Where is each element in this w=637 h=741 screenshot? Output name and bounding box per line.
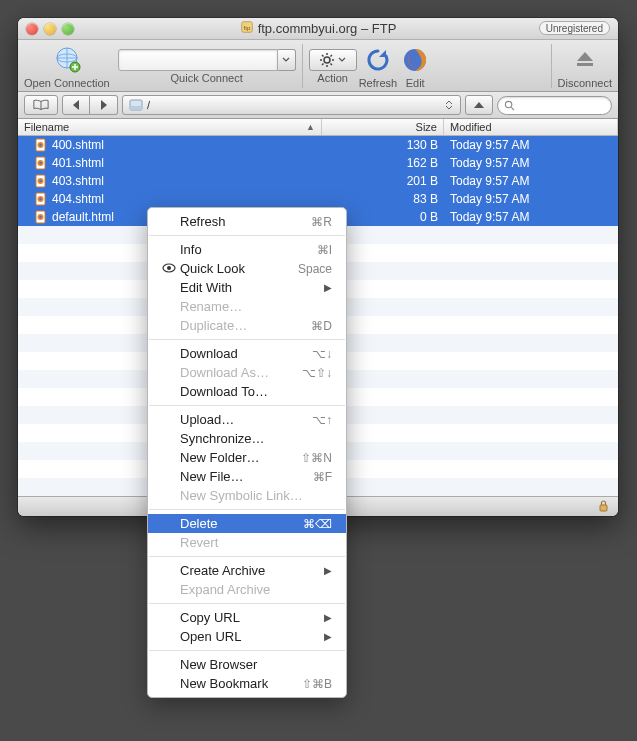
window-title: ftp.commbyui.org – FTP	[258, 21, 397, 36]
ctx-upload[interactable]: Upload…⌥↑	[148, 410, 346, 429]
disk-icon	[129, 98, 143, 112]
toolbar: Open Connection Quick Connect Action	[18, 40, 618, 92]
column-filename[interactable]: Filename ▲	[18, 119, 322, 135]
file-modified: Today 9:57 AM	[444, 210, 618, 224]
edit-label: Edit	[406, 77, 425, 89]
svg-point-19	[505, 101, 511, 107]
ctx-downloadto[interactable]: Download To…	[148, 382, 346, 401]
bookmarks-button[interactable]	[24, 95, 58, 115]
refresh-icon	[365, 47, 391, 73]
file-size: 83 B	[322, 192, 444, 206]
ctx-newfolder[interactable]: New Folder…⇧⌘N	[148, 448, 346, 467]
book-icon	[33, 99, 49, 111]
svg-point-32	[39, 198, 41, 200]
zoom-window-button[interactable]	[62, 23, 74, 35]
file-row[interactable]: 404.shtml83 BToday 9:57 AM	[18, 190, 618, 208]
ctx-newbookmark[interactable]: New Bookmark⇧⌘B	[148, 674, 346, 693]
open-connection-label: Open Connection	[24, 77, 110, 89]
search-field[interactable]	[497, 96, 612, 115]
ctx-duplicate: Duplicate…⌘D	[148, 316, 346, 335]
path-value: /	[147, 99, 440, 111]
ctx-openurl[interactable]: Open URL▶	[148, 627, 346, 646]
file-name: 401.shtml	[52, 156, 104, 170]
file-name: default.html	[52, 210, 114, 224]
svg-rect-18	[130, 106, 142, 110]
disconnect-button[interactable]: Disconnect	[558, 44, 612, 89]
column-headers: Filename ▲ Size Modified	[18, 119, 618, 136]
file-name: 403.shtml	[52, 174, 104, 188]
file-row[interactable]: 401.shtml162 BToday 9:57 AM	[18, 154, 618, 172]
titlebar: ftp ftp.commbyui.org – FTP Unregistered	[18, 18, 618, 40]
nav-up-button[interactable]	[465, 95, 493, 115]
triangle-up-icon	[474, 101, 484, 109]
search-icon	[504, 100, 515, 111]
ctx-synchronize[interactable]: Synchronize…	[148, 429, 346, 448]
triangle-left-icon	[72, 100, 80, 110]
file-name: 404.shtml	[52, 192, 104, 206]
column-modified[interactable]: Modified	[444, 119, 618, 135]
ctx-quicklook[interactable]: Quick LookSpace	[148, 259, 346, 278]
ctx-newfile[interactable]: New File…⌘F	[148, 467, 346, 486]
svg-line-10	[322, 55, 324, 57]
submenu-arrow-icon: ▶	[324, 565, 332, 576]
submenu-arrow-icon: ▶	[324, 612, 332, 623]
ctx-newbrowser[interactable]: New Browser	[148, 655, 346, 674]
svg-point-5	[324, 57, 330, 63]
quick-connect-input[interactable]	[118, 49, 278, 71]
ctx-download[interactable]: Download⌥↓	[148, 344, 346, 363]
file-modified: Today 9:57 AM	[444, 156, 618, 170]
refresh-button[interactable]: Refresh	[359, 44, 398, 89]
triangle-right-icon	[100, 100, 108, 110]
globe-icon	[52, 45, 82, 75]
file-modified: Today 9:57 AM	[444, 174, 618, 188]
firefox-icon	[402, 47, 428, 73]
svg-point-29	[39, 180, 41, 182]
file-row[interactable]: 403.shtml201 BToday 9:57 AM	[18, 172, 618, 190]
file-row[interactable]: 400.shtml130 BToday 9:57 AM	[18, 136, 618, 154]
refresh-label: Refresh	[359, 77, 398, 89]
minimize-window-button[interactable]	[44, 23, 56, 35]
action-menu-button[interactable]: Action	[309, 44, 357, 84]
quick-connect-dropdown[interactable]	[278, 49, 296, 71]
svg-point-38	[167, 266, 171, 270]
svg-line-20	[511, 107, 514, 110]
ctx-createarchive[interactable]: Create Archive▶	[148, 561, 346, 580]
ctx-newsymlink: New Symbolic Link…	[148, 486, 346, 505]
svg-point-23	[39, 144, 41, 146]
svg-line-11	[331, 64, 333, 66]
ctx-delete[interactable]: Delete⌘⌫	[148, 514, 346, 533]
chevron-down-icon	[338, 56, 346, 64]
open-connection-button[interactable]: Open Connection	[24, 44, 110, 89]
ctx-downloadas: Download As…⌥⇧↓	[148, 363, 346, 382]
unregistered-badge: Unregistered	[539, 21, 610, 35]
action-label: Action	[317, 72, 348, 84]
file-modified: Today 9:57 AM	[444, 138, 618, 152]
file-size: 201 B	[322, 174, 444, 188]
ctx-copyurl[interactable]: Copy URL▶	[148, 608, 346, 627]
svg-point-35	[39, 216, 41, 218]
eject-icon	[571, 46, 599, 74]
location-bar: /	[18, 92, 618, 119]
ctx-rename: Rename…	[148, 297, 346, 316]
ctx-editwith[interactable]: Edit With▶	[148, 278, 346, 297]
svg-line-12	[322, 64, 324, 66]
path-dropdown[interactable]: /	[122, 95, 461, 115]
nav-back-button[interactable]	[62, 95, 90, 115]
ctx-info[interactable]: Info⌘I	[148, 240, 346, 259]
edit-button[interactable]: Edit	[399, 44, 431, 89]
quick-connect-group: Quick Connect	[118, 44, 296, 84]
svg-point-26	[39, 162, 41, 164]
ctx-revert: Revert	[148, 533, 346, 552]
submenu-arrow-icon: ▶	[324, 282, 332, 293]
lock-icon	[597, 499, 610, 514]
app-window: ftp ftp.commbyui.org – FTP Unregistered …	[18, 18, 618, 516]
ctx-refresh[interactable]: Refresh⌘R	[148, 212, 346, 231]
quick-connect-label: Quick Connect	[171, 72, 243, 84]
nav-forward-button[interactable]	[90, 95, 118, 115]
ctx-expandarchive: Expand Archive	[148, 580, 346, 599]
column-size[interactable]: Size	[322, 119, 444, 135]
close-window-button[interactable]	[26, 23, 38, 35]
file-modified: Today 9:57 AM	[444, 192, 618, 206]
eye-icon	[162, 263, 176, 273]
svg-line-13	[331, 55, 333, 57]
